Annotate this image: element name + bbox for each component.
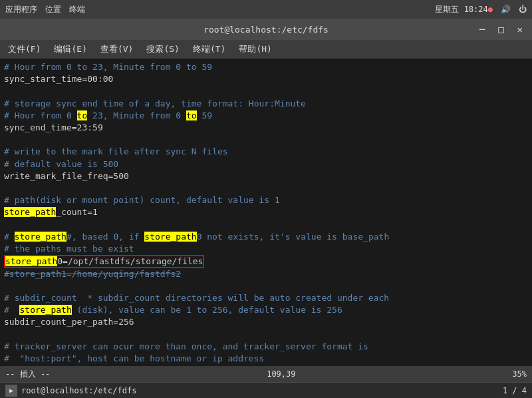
line-22: subdir_count_per_path=256 xyxy=(4,316,528,328)
page-indicator: 1 / 4 xyxy=(503,386,527,395)
line-13: store_path_count=1 xyxy=(4,206,528,218)
line-10: write_mark_file_freq=500 xyxy=(4,170,528,182)
menu-search[interactable]: 搜索(S) xyxy=(141,42,184,57)
maximize-button[interactable]: □ xyxy=(494,23,507,36)
menu-terminal[interactable]: 终端(T) xyxy=(188,42,231,57)
terminal-icon: ▶ xyxy=(5,385,17,397)
line-5: # Hour from 0 to 23, Minute from 0 to 59 xyxy=(4,110,528,122)
menu-help[interactable]: 帮助(H) xyxy=(233,42,277,57)
line-23 xyxy=(4,329,528,341)
line-21: # store_path (disk), value can be 1 to 2… xyxy=(4,304,528,316)
line-14 xyxy=(4,218,528,230)
line-17: store_path0=/opt/fastdfs/storage/files xyxy=(4,255,528,268)
system-bar-right: 星期五 18:24● 🔊 ⏻ xyxy=(435,4,527,15)
bottom-bar: ▶ root@localhost:/etc/fdfs 1 / 4 xyxy=(0,382,532,398)
line-3 xyxy=(4,85,528,97)
datetime: 星期五 18:24● xyxy=(435,4,493,15)
line-4: # storage sync end time of a day, time f… xyxy=(4,98,528,110)
volume-icon[interactable]: 🔊 xyxy=(501,5,511,14)
line-6: sync_end_time=23:59 xyxy=(4,122,528,134)
power-icon[interactable]: ⏻ xyxy=(519,5,527,14)
terminal-content[interactable]: # Hour from 0 to 23, Minute from 0 to 59… xyxy=(0,59,532,366)
location-menu[interactable]: 位置 xyxy=(45,4,61,15)
menu-bar: 文件(F) 编辑(E) 查看(V) 搜索(S) 终端(T) 帮助(H) xyxy=(0,40,532,59)
line-15: # store_path#, based 0, if store_path0 n… xyxy=(4,231,528,243)
line-24: # tracker_server can ocur more than once… xyxy=(4,341,528,353)
line-25: # "host:port", host can be hostname or i… xyxy=(4,353,528,365)
window-title: root@localhost:/etc/fdfs xyxy=(203,25,329,35)
bottom-label: root@localhost:/etc/fdfs xyxy=(21,386,136,395)
minimize-button[interactable]: ─ xyxy=(475,23,489,36)
menu-edit[interactable]: 编辑(E) xyxy=(49,42,92,57)
line-12: # path(disk or mount point) count, defau… xyxy=(4,194,528,206)
line-20: # subdir_count * subdir_count directorie… xyxy=(4,292,528,304)
system-bar-left: 应用程序 位置 终端 xyxy=(5,4,85,15)
line-2: sync_start_time=00:00 xyxy=(4,73,528,85)
line-1: # Hour from 0 to 23, Minute from 0 to 59 xyxy=(4,61,528,73)
line-8: # write to the mark file after sync N fi… xyxy=(4,146,528,158)
line-9: # default value is 500 xyxy=(4,158,528,170)
terminal-menu[interactable]: 终端 xyxy=(69,4,85,15)
menu-view[interactable]: 查看(V) xyxy=(95,42,138,57)
menu-file[interactable]: 文件(F) xyxy=(3,42,46,57)
line-19 xyxy=(4,280,528,292)
title-bar-controls: ─ □ ✕ xyxy=(475,23,527,36)
status-bar: -- 插入 -- 109,39 35% xyxy=(0,366,532,382)
line-18: #store_path1=/home/yuqing/fastdfs2 xyxy=(4,268,528,280)
line-11 xyxy=(4,182,528,194)
close-button[interactable]: ✕ xyxy=(513,23,527,36)
title-bar: root@localhost:/etc/fdfs ─ □ ✕ xyxy=(0,19,532,40)
line-7 xyxy=(4,134,528,146)
cursor-position: 109,39 xyxy=(267,369,295,379)
system-bar: 应用程序 位置 终端 星期五 18:24● 🔊 ⏻ xyxy=(0,0,532,19)
editor-mode: -- 插入 -- xyxy=(5,369,50,380)
scroll-percent: 35% xyxy=(512,369,527,379)
app-menu[interactable]: 应用程序 xyxy=(5,4,37,15)
line-16: # the paths must be exist xyxy=(4,243,528,255)
